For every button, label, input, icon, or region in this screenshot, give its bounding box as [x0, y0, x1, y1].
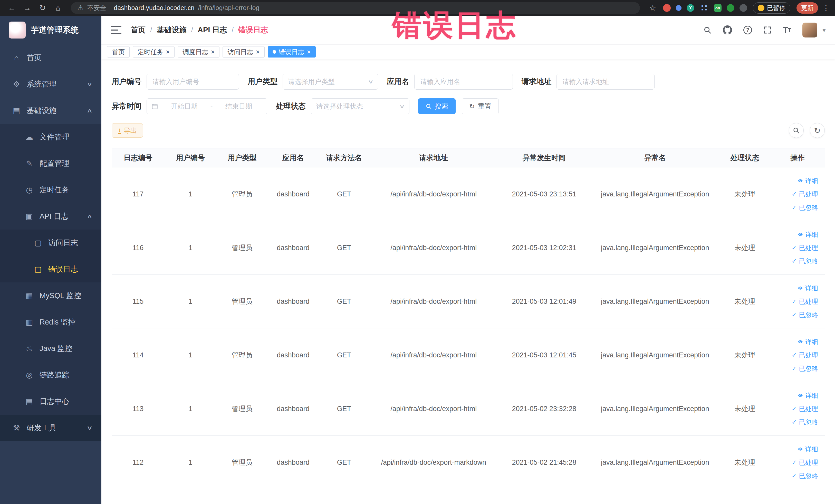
- action-ignored-link[interactable]: ✓已忽略: [792, 308, 818, 321]
- browser-home-icon[interactable]: ⌂: [51, 0, 65, 16]
- sidebar-item-redis-monitor[interactable]: ▥Redis 监控: [0, 309, 101, 335]
- sidebar-item-dev-tools[interactable]: ⚒研发工具∨: [0, 415, 101, 441]
- sidebar-item-trace[interactable]: ◎链路追踪: [0, 362, 101, 388]
- sidebar-item-scheduled-tasks[interactable]: ◷定时任务: [0, 177, 101, 203]
- select-placeholder: 请选择用户类型: [288, 77, 369, 86]
- sidebar-item-access-log[interactable]: ▢访问日志: [0, 229, 101, 256]
- fullscreen-icon[interactable]: [763, 26, 772, 34]
- action-ignored-link[interactable]: ✓已忽略: [792, 416, 818, 429]
- close-icon[interactable]: ×: [211, 48, 215, 55]
- logo[interactable]: 芋道管理系统: [0, 16, 101, 44]
- tab-scheduled-tasks[interactable]: 定时任务×: [133, 46, 175, 58]
- sidebar-item-label: 配置管理: [40, 158, 69, 169]
- refresh-button[interactable]: ↻: [810, 123, 825, 138]
- action-ignored-link[interactable]: ✓已忽略: [792, 362, 818, 375]
- action-processed-link[interactable]: ✓已处理: [792, 456, 818, 469]
- action-processed-link[interactable]: ✓已处理: [792, 187, 818, 201]
- extension-icon-7[interactable]: [739, 4, 747, 12]
- close-icon[interactable]: ×: [307, 48, 311, 55]
- back-icon[interactable]: ←: [5, 0, 19, 16]
- cell-url: /api/infra/db-doc/export-html: [370, 221, 497, 275]
- sidebar-item-log-center[interactable]: ▤日志中心: [0, 388, 101, 415]
- font-size-icon[interactable]: TT: [783, 26, 791, 34]
- error-log-table: 日志编号用户编号用户类型应用名请求方法名请求地址异常发生时间异常名处理状态操作 …: [111, 148, 825, 489]
- github-icon[interactable]: [723, 25, 732, 35]
- check-icon: ✓: [792, 459, 797, 466]
- action-ignored-link[interactable]: ✓已忽略: [792, 469, 818, 482]
- tab-home[interactable]: 首页: [107, 46, 130, 58]
- page-header: 首页/基础设施/API 日志/错误日志 ? TT ▾: [101, 16, 835, 44]
- sidebar-item-api-logs[interactable]: ▣API 日志∧: [0, 203, 101, 229]
- sidebar-item-label: 系统管理: [27, 79, 57, 89]
- sidebar: 芋道管理系统 ⌂首页⚙系统管理∨▤基础设施∧☁文件管理✎配置管理◷定时任务▣AP…: [0, 16, 101, 504]
- sidebar-item-home[interactable]: ⌂首页: [0, 44, 101, 71]
- action-label: 已忽略: [799, 418, 818, 426]
- avatar[interactable]: [802, 23, 817, 38]
- action-detail-link[interactable]: 详细: [797, 281, 818, 295]
- sidebar-item-config-management[interactable]: ✎配置管理: [0, 150, 101, 177]
- help-icon[interactable]: ?: [744, 26, 752, 35]
- apilog-icon: ▣: [25, 212, 34, 221]
- breadcrumb-item[interactable]: 错误日志: [238, 25, 268, 35]
- menu-kebab-icon[interactable]: ⋮: [822, 0, 830, 16]
- search-button[interactable]: 搜索: [418, 98, 455, 114]
- action-label: 详细: [805, 230, 818, 239]
- update-button[interactable]: 更新: [796, 2, 818, 14]
- action-detail-link[interactable]: 详细: [797, 228, 818, 241]
- breadcrumb-item[interactable]: API 日志: [198, 25, 227, 35]
- action-detail-link[interactable]: 详细: [797, 389, 818, 402]
- extension-icon-3[interactable]: Y: [687, 4, 694, 12]
- extension-icon-5[interactable]: on: [714, 4, 721, 12]
- close-icon[interactable]: ×: [256, 48, 260, 55]
- extension-icon-6[interactable]: [727, 4, 734, 12]
- reload-icon[interactable]: ↻: [36, 0, 49, 16]
- error-time-range-picker[interactable]: 开始日期 - 结束日期: [147, 98, 267, 114]
- sidebar-toggle-icon[interactable]: [110, 26, 121, 34]
- column-header: 处理状态: [719, 148, 771, 167]
- sidebar-item-file-management[interactable]: ☁文件管理: [0, 124, 101, 150]
- process-status-select[interactable]: 请选择处理状态 ∨: [311, 98, 409, 114]
- search-icon[interactable]: [703, 26, 712, 34]
- eye-icon: [797, 178, 803, 184]
- close-icon[interactable]: ×: [166, 48, 170, 55]
- sidebar-item-label: 基础设施: [27, 105, 57, 116]
- breadcrumb-item[interactable]: 首页: [131, 25, 145, 35]
- sidebar-item-error-log[interactable]: ▢错误日志: [0, 256, 101, 282]
- action-detail-link[interactable]: 详细: [797, 442, 818, 456]
- bookmark-star-icon[interactable]: ☆: [646, 0, 659, 16]
- extension-icon-4[interactable]: ∷: [699, 4, 709, 12]
- sidebar-item-mysql-monitor[interactable]: ▦MySQL 监控: [0, 282, 101, 309]
- user-id-input[interactable]: [147, 74, 239, 89]
- action-processed-link[interactable]: ✓已处理: [792, 241, 818, 255]
- request-url-input[interactable]: [556, 74, 655, 89]
- search-toggle-button[interactable]: [789, 123, 804, 138]
- action-ignored-link[interactable]: ✓已忽略: [792, 201, 818, 214]
- paused-badge[interactable]: 已暂停: [753, 2, 790, 14]
- action-processed-link[interactable]: ✓已处理: [792, 295, 818, 308]
- not-secure-label: 不安全: [87, 4, 106, 12]
- chevron-down-icon[interactable]: ▾: [822, 26, 826, 34]
- reset-button[interactable]: ↻ 重置: [462, 98, 499, 114]
- forward-icon[interactable]: →: [21, 0, 34, 16]
- action-ignored-link[interactable]: ✓已忽略: [792, 255, 818, 268]
- address-bar[interactable]: ⚠ 不安全 dashboard.yudao.iocoder.cn/infra/l…: [71, 2, 640, 14]
- tab-access-log[interactable]: 访问日志×: [223, 46, 264, 58]
- tab-job-log[interactable]: 调度日志×: [178, 46, 220, 58]
- check-icon: ✓: [792, 244, 797, 251]
- extension-icon-1[interactable]: [663, 4, 671, 12]
- sidebar-item-infrastructure[interactable]: ▤基础设施∧: [0, 97, 101, 124]
- export-button[interactable]: ↓ 导出: [111, 123, 143, 138]
- app-name-input[interactable]: [414, 74, 513, 89]
- action-detail-link[interactable]: 详细: [797, 335, 818, 348]
- filter-label-process-status: 处理状态: [276, 101, 306, 112]
- action-label: 已忽略: [799, 311, 818, 319]
- tab-error-log[interactable]: 错误日志×: [268, 46, 316, 58]
- sidebar-item-system-management[interactable]: ⚙系统管理∨: [0, 71, 101, 97]
- breadcrumb-item[interactable]: 基础设施: [157, 25, 187, 35]
- action-processed-link[interactable]: ✓已处理: [792, 348, 818, 362]
- user-type-select[interactable]: 请选择用户类型 ∨: [283, 74, 378, 89]
- action-detail-link[interactable]: 详细: [797, 174, 818, 187]
- extension-icon-2[interactable]: [676, 5, 681, 11]
- action-processed-link[interactable]: ✓已处理: [792, 402, 818, 416]
- sidebar-item-java-monitor[interactable]: ♨Java 监控: [0, 335, 101, 362]
